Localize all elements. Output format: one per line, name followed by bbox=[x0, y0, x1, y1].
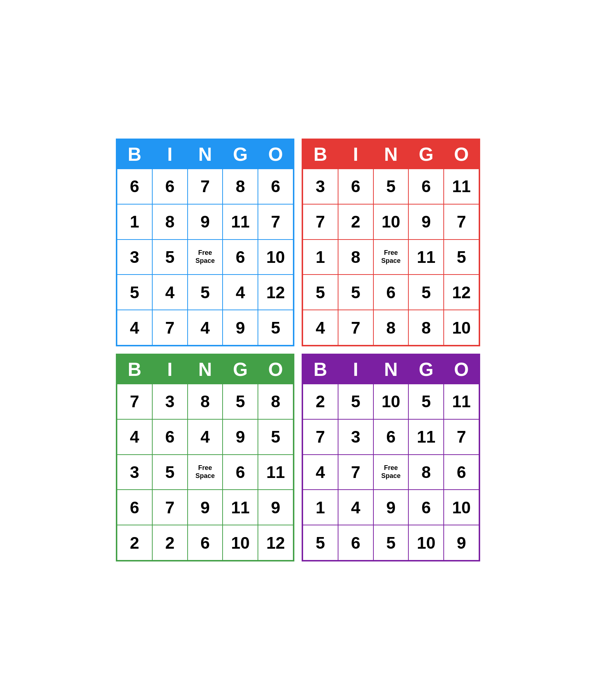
free-space-label: Free Space bbox=[374, 249, 408, 265]
bingo-cell-5: 7 bbox=[303, 204, 338, 240]
bingo-card-purple: BINGO251051173611747Free Space8614961056… bbox=[302, 354, 480, 561]
bingo-cell-4: 11 bbox=[444, 169, 479, 204]
bingo-header-letter: N bbox=[188, 355, 223, 384]
bingo-grid-blue: 6678618911735Free Space61054541247495 bbox=[117, 169, 293, 345]
bingo-cell-12: Free Space bbox=[373, 240, 409, 275]
bingo-grid-red: 36561172109718Free Space115556512478810 bbox=[303, 169, 479, 345]
bingo-header-letter: B bbox=[303, 355, 338, 384]
bingo-header-letter: G bbox=[223, 140, 258, 169]
bingo-card-blue: BINGO6678618911735Free Space610545412474… bbox=[116, 139, 294, 346]
bingo-cell-14: 6 bbox=[444, 455, 479, 490]
bingo-cell-23: 10 bbox=[223, 525, 258, 560]
bingo-header-letter: I bbox=[152, 140, 188, 169]
free-space-label: Free Space bbox=[188, 464, 223, 480]
bingo-cell-24: 12 bbox=[258, 525, 293, 560]
bingo-cell-10: 3 bbox=[117, 240, 152, 275]
bingo-header-letter: N bbox=[373, 140, 409, 169]
bingo-cell-20: 5 bbox=[303, 525, 338, 560]
bingo-cell-19: 10 bbox=[444, 490, 479, 525]
bingo-cell-2: 7 bbox=[188, 169, 223, 204]
bingo-cell-3: 6 bbox=[408, 169, 444, 204]
bingo-cell-3: 8 bbox=[223, 169, 258, 204]
bingo-header-letter: O bbox=[444, 355, 479, 384]
bingo-cell-6: 3 bbox=[338, 419, 373, 455]
bingo-grid-purple: 251051173611747Free Space86149610565109 bbox=[303, 384, 479, 560]
bingo-cell-7: 6 bbox=[373, 419, 409, 455]
bingo-header-green: BINGO bbox=[117, 355, 293, 384]
bingo-header-letter: O bbox=[258, 140, 293, 169]
bingo-cell-2: 10 bbox=[373, 384, 409, 419]
bingo-cell-8: 9 bbox=[408, 204, 444, 240]
bingo-cell-5: 1 bbox=[117, 204, 152, 240]
bingo-cell-19: 12 bbox=[258, 275, 293, 310]
bingo-cell-7: 4 bbox=[188, 419, 223, 455]
bingo-cell-0: 3 bbox=[303, 169, 338, 204]
bingo-cell-6: 6 bbox=[152, 419, 188, 455]
bingo-cell-9: 7 bbox=[444, 204, 479, 240]
bingo-cell-18: 11 bbox=[223, 490, 258, 525]
bingo-cell-1: 6 bbox=[338, 169, 373, 204]
bingo-cell-21: 7 bbox=[338, 310, 373, 345]
bingo-cell-7: 9 bbox=[188, 204, 223, 240]
bingo-cell-18: 5 bbox=[408, 275, 444, 310]
bingo-cell-5: 7 bbox=[303, 419, 338, 455]
bingo-card-green: BINGO738584649535Free Space6116791192261… bbox=[116, 354, 294, 561]
bingo-header-letter: B bbox=[117, 355, 152, 384]
bingo-header-letter: B bbox=[303, 140, 338, 169]
bingo-cell-20: 4 bbox=[117, 310, 152, 345]
bingo-cell-10: 1 bbox=[303, 240, 338, 275]
bingo-header-letter: I bbox=[152, 355, 188, 384]
bingo-cell-22: 5 bbox=[373, 525, 409, 560]
bingo-cell-4: 6 bbox=[258, 169, 293, 204]
free-space-label: Free Space bbox=[188, 249, 223, 265]
bingo-cell-17: 9 bbox=[188, 490, 223, 525]
bingo-header-letter: B bbox=[117, 140, 152, 169]
bingo-header-letter: I bbox=[338, 140, 373, 169]
bingo-cell-4: 8 bbox=[258, 384, 293, 419]
bingo-cell-22: 6 bbox=[188, 525, 223, 560]
bingo-cell-19: 12 bbox=[444, 275, 479, 310]
bingo-cell-23: 8 bbox=[408, 310, 444, 345]
bingo-cell-15: 5 bbox=[117, 275, 152, 310]
bingo-cell-1: 5 bbox=[338, 384, 373, 419]
bingo-card-red: BINGO36561172109718Free Space11555651247… bbox=[302, 139, 480, 346]
bingo-cell-6: 2 bbox=[338, 204, 373, 240]
bingo-cell-6: 8 bbox=[152, 204, 188, 240]
bingo-cell-2: 8 bbox=[188, 384, 223, 419]
free-space-label: Free Space bbox=[374, 464, 408, 480]
bingo-cell-24: 5 bbox=[258, 310, 293, 345]
bingo-cell-21: 7 bbox=[152, 310, 188, 345]
bingo-cell-11: 5 bbox=[152, 240, 188, 275]
bingo-cell-11: 8 bbox=[338, 240, 373, 275]
bingo-cell-2: 5 bbox=[373, 169, 409, 204]
bingo-header-letter: G bbox=[408, 140, 444, 169]
bingo-cell-22: 8 bbox=[373, 310, 409, 345]
bingo-cell-9: 5 bbox=[258, 419, 293, 455]
bingo-cell-12: Free Space bbox=[188, 455, 223, 490]
bingo-cell-0: 2 bbox=[303, 384, 338, 419]
bingo-cell-10: 3 bbox=[117, 455, 152, 490]
bingo-cell-17: 9 bbox=[373, 490, 409, 525]
bingo-cell-15: 6 bbox=[117, 490, 152, 525]
bingo-cell-23: 10 bbox=[408, 525, 444, 560]
bingo-cell-0: 6 bbox=[117, 169, 152, 204]
bingo-cell-20: 2 bbox=[117, 525, 152, 560]
bingo-cell-1: 6 bbox=[152, 169, 188, 204]
bingo-cell-1: 3 bbox=[152, 384, 188, 419]
bingo-header-letter: O bbox=[258, 355, 293, 384]
bingo-cell-19: 9 bbox=[258, 490, 293, 525]
bingo-cell-24: 10 bbox=[444, 310, 479, 345]
bingo-header-letter: N bbox=[373, 355, 409, 384]
bingo-cell-20: 4 bbox=[303, 310, 338, 345]
bingo-header-purple: BINGO bbox=[303, 355, 479, 384]
bingo-cell-16: 4 bbox=[338, 490, 373, 525]
bingo-cell-5: 4 bbox=[117, 419, 152, 455]
bingo-cell-3: 5 bbox=[408, 384, 444, 419]
bingo-cell-9: 7 bbox=[258, 204, 293, 240]
bingo-cell-3: 5 bbox=[223, 384, 258, 419]
bingo-header-letter: N bbox=[188, 140, 223, 169]
bingo-cell-16: 5 bbox=[338, 275, 373, 310]
bingo-cell-16: 7 bbox=[152, 490, 188, 525]
bingo-cell-22: 4 bbox=[188, 310, 223, 345]
bingo-cell-13: 6 bbox=[223, 455, 258, 490]
